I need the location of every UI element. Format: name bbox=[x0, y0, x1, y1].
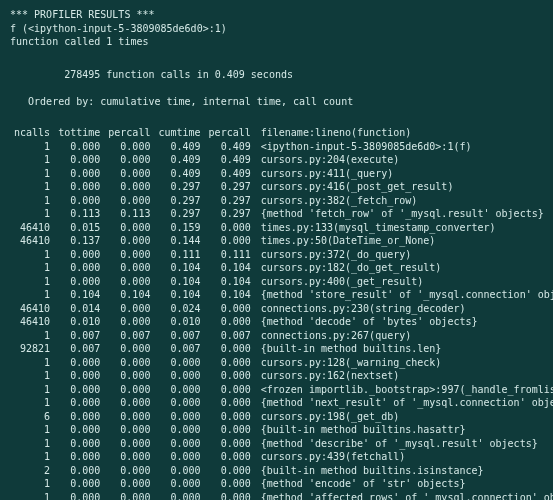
cell: 0.007 bbox=[205, 329, 255, 343]
cell: 0.000 bbox=[104, 450, 154, 464]
cell: {method 'next_result' of '_mysql.connect… bbox=[255, 396, 553, 410]
cell: {built-in method builtins.isinstance} bbox=[255, 464, 553, 478]
cell: 0.000 bbox=[104, 194, 154, 208]
cell: 0.000 bbox=[104, 437, 154, 451]
cell: 0.000 bbox=[205, 315, 255, 329]
cell: 0.000 bbox=[54, 356, 104, 370]
cell: 0.000 bbox=[104, 315, 154, 329]
table-row: 464100.0100.0000.0100.000{method 'decode… bbox=[10, 315, 553, 329]
cell: 0.000 bbox=[104, 153, 154, 167]
cell: 0.000 bbox=[54, 261, 104, 275]
cell: 0.000 bbox=[154, 437, 204, 451]
cell: 0.000 bbox=[154, 356, 204, 370]
cell: 0.007 bbox=[154, 342, 204, 356]
cell: 1 bbox=[10, 383, 54, 397]
table-row: 10.0070.0070.0070.007connections.py:267(… bbox=[10, 329, 553, 343]
cell: 0.010 bbox=[154, 315, 204, 329]
table-row: 10.0000.0000.1040.104cursors.py:182(_do_… bbox=[10, 261, 553, 275]
cell: 0.000 bbox=[205, 356, 255, 370]
cell: 0.024 bbox=[154, 302, 204, 316]
cell: 46410 bbox=[10, 302, 54, 316]
col-filename: filename:lineno(function) bbox=[255, 126, 553, 140]
cell: 1 bbox=[10, 248, 54, 262]
cell: cursors.py:372(_do_query) bbox=[255, 248, 553, 262]
cell: cursors.py:382(_fetch_row) bbox=[255, 194, 553, 208]
cell: 0.000 bbox=[54, 248, 104, 262]
cell: {method 'describe' of '_mysql.result' ob… bbox=[255, 437, 553, 451]
cell: 46410 bbox=[10, 221, 54, 235]
table-row: 10.0000.0000.0000.000{method 'encode' of… bbox=[10, 477, 553, 491]
cell: 0.297 bbox=[205, 180, 255, 194]
cell: 0.000 bbox=[54, 153, 104, 167]
table-row: 10.0000.0000.2970.297cursors.py:382(_fet… bbox=[10, 194, 553, 208]
table-row: 10.0000.0000.0000.000cursors.py:162(next… bbox=[10, 369, 553, 383]
cell: 1 bbox=[10, 153, 54, 167]
cell: 0.000 bbox=[54, 450, 104, 464]
cell: 0.000 bbox=[154, 396, 204, 410]
cell: 0.000 bbox=[54, 167, 104, 181]
cell: 1 bbox=[10, 329, 54, 343]
cell: 1 bbox=[10, 167, 54, 181]
cell: 1 bbox=[10, 423, 54, 437]
cell: 1 bbox=[10, 450, 54, 464]
cell: 0.409 bbox=[154, 153, 204, 167]
cell: 46410 bbox=[10, 234, 54, 248]
cell: cursors.py:400(_get_result) bbox=[255, 275, 553, 289]
col-cumtime: cumtime bbox=[154, 126, 204, 140]
cell: 1 bbox=[10, 207, 54, 221]
cell: 0.007 bbox=[104, 329, 154, 343]
profile-table: ncalls tottime percall cumtime percall f… bbox=[10, 126, 553, 500]
cell: 1 bbox=[10, 369, 54, 383]
cell: 0.000 bbox=[205, 423, 255, 437]
cell: 0.000 bbox=[104, 234, 154, 248]
cell: 0.007 bbox=[154, 329, 204, 343]
cell: connections.py:230(string_decoder) bbox=[255, 302, 553, 316]
cell: 0.409 bbox=[205, 167, 255, 181]
table-row: 464100.1370.0000.1440.000times.py:50(Dat… bbox=[10, 234, 553, 248]
table-row: 20.0000.0000.0000.000{built-in method bu… bbox=[10, 464, 553, 478]
cell: cursors.py:182(_do_get_result) bbox=[255, 261, 553, 275]
table-row: 10.0000.0000.0000.000cursors.py:128(_war… bbox=[10, 356, 553, 370]
cell: 0.000 bbox=[205, 342, 255, 356]
cell: 0.000 bbox=[154, 491, 204, 501]
cell: 1 bbox=[10, 396, 54, 410]
cell: 0.000 bbox=[54, 464, 104, 478]
cell: 0.104 bbox=[205, 275, 255, 289]
blank-3 bbox=[10, 109, 543, 123]
cell: 1 bbox=[10, 261, 54, 275]
call-count-line: function called 1 times bbox=[10, 35, 543, 49]
cell: 0.000 bbox=[104, 221, 154, 235]
cell: cursors.py:439(fetchall) bbox=[255, 450, 553, 464]
cell: 0.104 bbox=[154, 261, 204, 275]
cell: {built-in method builtins.hasattr} bbox=[255, 423, 553, 437]
table-row: 10.0000.0000.4090.409cursors.py:411(_que… bbox=[10, 167, 553, 181]
cell: 0.104 bbox=[154, 288, 204, 302]
cell: 0.000 bbox=[205, 464, 255, 478]
table-row: 10.0000.0000.0000.000{method 'next_resul… bbox=[10, 396, 553, 410]
cell: cursors.py:204(execute) bbox=[255, 153, 553, 167]
table-row: 60.0000.0000.0000.000cursors.py:198(_get… bbox=[10, 410, 553, 424]
cell: 0.104 bbox=[205, 261, 255, 275]
cell: 0.000 bbox=[205, 369, 255, 383]
cell: 0.000 bbox=[205, 437, 255, 451]
cell: 0.000 bbox=[104, 423, 154, 437]
cell: 0.000 bbox=[54, 477, 104, 491]
cell: 0.000 bbox=[205, 410, 255, 424]
cell: 0.104 bbox=[154, 275, 204, 289]
cell: 0.000 bbox=[154, 450, 204, 464]
blank-2 bbox=[10, 82, 543, 96]
cell: 0.297 bbox=[154, 194, 204, 208]
table-row: 10.0000.0000.0000.000<frozen importlib._… bbox=[10, 383, 553, 397]
cell: 0.159 bbox=[154, 221, 204, 235]
cell: 1 bbox=[10, 491, 54, 501]
cell: 0.000 bbox=[154, 369, 204, 383]
cell: 0.000 bbox=[104, 140, 154, 154]
total-calls-line: 278495 function calls in 0.409 seconds bbox=[10, 68, 543, 82]
ordered-by-line: Ordered by: cumulative time, internal ti… bbox=[10, 95, 543, 109]
cell: 6 bbox=[10, 410, 54, 424]
cell: 1 bbox=[10, 288, 54, 302]
table-row: 10.0000.0000.4090.409cursors.py:204(exec… bbox=[10, 153, 553, 167]
table-row: 10.0000.0000.0000.000{method 'describe' … bbox=[10, 437, 553, 451]
cell: 0.409 bbox=[154, 140, 204, 154]
table-header-row: ncalls tottime percall cumtime percall f… bbox=[10, 126, 553, 140]
